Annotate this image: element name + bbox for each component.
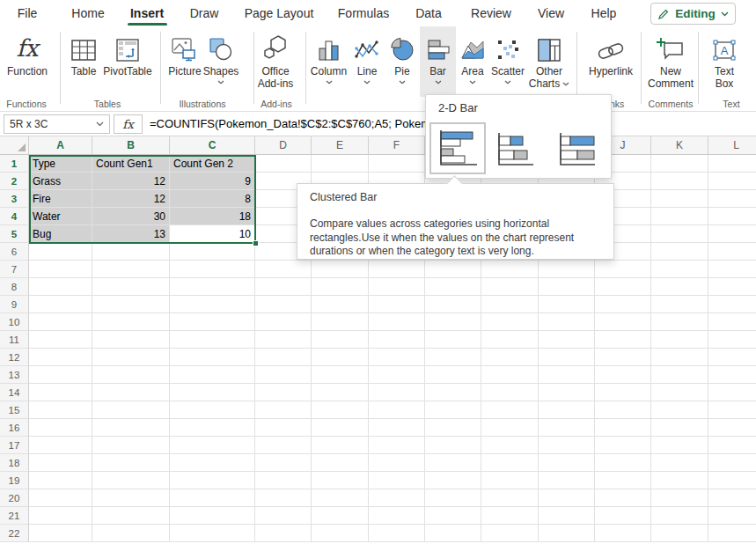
cell-E21[interactable]: [312, 507, 369, 525]
cell-H9[interactable]: [481, 296, 539, 313]
menu-file[interactable]: File: [18, 6, 38, 20]
menu-help[interactable]: Help: [591, 6, 617, 20]
row-header-10[interactable]: 10: [0, 313, 29, 331]
cell-K1[interactable]: [651, 155, 708, 173]
cell-L18[interactable]: [708, 454, 756, 472]
bar-chart-button[interactable]: Bar: [420, 26, 456, 97]
column-header-A[interactable]: A: [29, 136, 92, 155]
cell-C8[interactable]: [170, 278, 255, 296]
cell-E15[interactable]: [312, 401, 369, 419]
menu-page-layout[interactable]: Page Layout: [245, 6, 314, 20]
cell-K18[interactable]: [651, 454, 708, 472]
cell-J20[interactable]: [595, 489, 651, 507]
cell-B8[interactable]: [92, 278, 170, 296]
cell-J11[interactable]: [595, 331, 651, 349]
cell-K22[interactable]: [651, 525, 708, 542]
cell-H18[interactable]: [481, 454, 539, 472]
column-header-E[interactable]: E: [312, 136, 369, 155]
cell-F11[interactable]: [369, 331, 425, 349]
cell-K21[interactable]: [651, 507, 708, 525]
cell-I21[interactable]: [539, 507, 595, 525]
cell-F21[interactable]: [369, 507, 425, 525]
cell-B18[interactable]: [92, 454, 170, 472]
cell-G10[interactable]: [425, 313, 481, 331]
cell-L21[interactable]: [708, 507, 756, 525]
cell-F19[interactable]: [369, 472, 425, 489]
cell-L9[interactable]: [708, 296, 756, 313]
cell-G22[interactable]: [425, 525, 481, 542]
cell-I12[interactable]: [539, 349, 595, 366]
new-comment-button[interactable]: New Comment: [643, 26, 698, 97]
column-header-F[interactable]: F: [369, 136, 425, 155]
other-charts-button[interactable]: Other Charts: [526, 26, 572, 97]
cell-I17[interactable]: [539, 437, 595, 454]
cell-L3[interactable]: [708, 190, 756, 208]
cell-I8[interactable]: [539, 278, 595, 296]
cell-K5[interactable]: [651, 225, 708, 243]
cell-H20[interactable]: [481, 489, 539, 507]
cell-H10[interactable]: [481, 313, 539, 331]
cell-G17[interactable]: [425, 437, 481, 454]
cell-J8[interactable]: [595, 278, 651, 296]
cell-C15[interactable]: [170, 401, 255, 419]
cell-J9[interactable]: [595, 296, 651, 313]
stacked-bar-option[interactable]: [495, 130, 537, 169]
cell-I22[interactable]: [539, 525, 595, 542]
cell-H13[interactable]: [481, 366, 539, 384]
cell-E22[interactable]: [312, 525, 369, 542]
shapes-button[interactable]: Shapes: [201, 26, 241, 97]
cell-K20[interactable]: [651, 489, 708, 507]
cell-L5[interactable]: [708, 225, 756, 243]
cell-F7[interactable]: [369, 261, 425, 278]
clustered-bar-option[interactable]: [429, 122, 486, 174]
cell-E7[interactable]: [312, 261, 369, 278]
cell-D7[interactable]: [255, 261, 312, 278]
cell-D10[interactable]: [255, 313, 312, 331]
cell-L11[interactable]: [708, 331, 756, 349]
cell-L2[interactable]: [708, 173, 756, 190]
cell-F10[interactable]: [369, 313, 425, 331]
row-header-5[interactable]: 5: [0, 225, 29, 243]
hyperlink-button[interactable]: Hyperlink: [583, 26, 639, 97]
cell-I11[interactable]: [539, 331, 595, 349]
cell-L1[interactable]: [708, 155, 756, 173]
row-header-8[interactable]: 8: [0, 278, 29, 296]
cell-L22[interactable]: [708, 525, 756, 542]
row-header-4[interactable]: 4: [0, 208, 29, 225]
menu-insert[interactable]: Insert: [130, 6, 164, 20]
cell-F22[interactable]: [369, 525, 425, 542]
cell-K14[interactable]: [651, 384, 708, 401]
cell-G8[interactable]: [425, 278, 481, 296]
row-header-13[interactable]: 13: [0, 366, 29, 384]
cell-J10[interactable]: [595, 313, 651, 331]
cell-D20[interactable]: [255, 489, 312, 507]
cell-D13[interactable]: [255, 366, 312, 384]
cell-K10[interactable]: [651, 313, 708, 331]
cell-L10[interactable]: [708, 313, 756, 331]
row-header-15[interactable]: 15: [0, 401, 29, 419]
cell-I20[interactable]: [539, 489, 595, 507]
scatter-chart-button[interactable]: Scatter: [488, 26, 528, 97]
row-header-3[interactable]: 3: [0, 190, 29, 208]
cell-D9[interactable]: [255, 296, 312, 313]
cell-B6[interactable]: [92, 243, 170, 261]
row-header-9[interactable]: 9: [0, 296, 29, 313]
cell-J7[interactable]: [595, 261, 651, 278]
cell-A13[interactable]: [29, 366, 92, 384]
cell-B17[interactable]: [92, 437, 170, 454]
cell-K6[interactable]: [651, 243, 708, 261]
cell-C4[interactable]: 18: [170, 208, 255, 225]
cell-E8[interactable]: [312, 278, 369, 296]
cell-C6[interactable]: [170, 243, 255, 261]
cell-L8[interactable]: [708, 278, 756, 296]
cell-I15[interactable]: [539, 401, 595, 419]
cell-K12[interactable]: [651, 349, 708, 366]
cell-J15[interactable]: [595, 401, 651, 419]
cell-B15[interactable]: [92, 401, 170, 419]
cell-E16[interactable]: [312, 419, 369, 437]
cell-E12[interactable]: [312, 349, 369, 366]
selection-fill-handle[interactable]: [253, 240, 259, 246]
cell-D14[interactable]: [255, 384, 312, 401]
cell-G18[interactable]: [425, 454, 481, 472]
cell-C20[interactable]: [170, 489, 255, 507]
